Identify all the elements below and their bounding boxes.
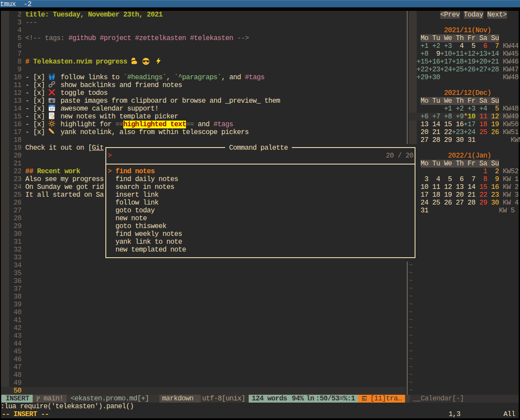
svg-text:17: 17	[50, 107, 54, 111]
